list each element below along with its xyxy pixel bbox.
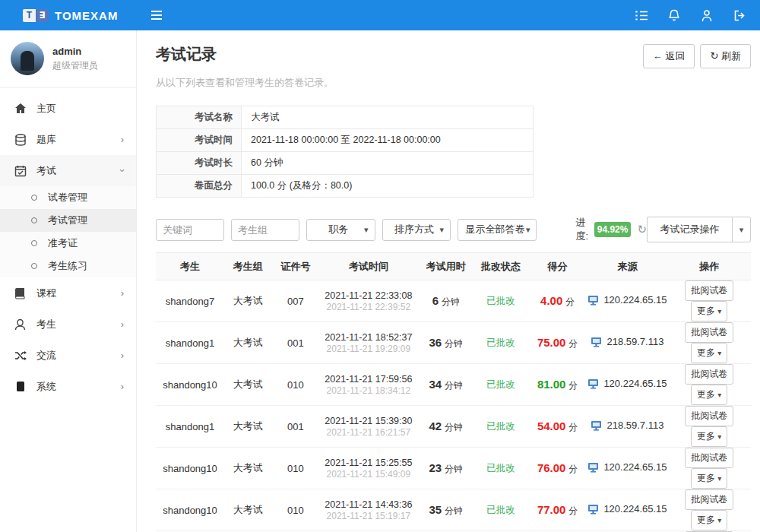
main-content: 考试记录 ← 返回 ↻ 刷新 从以下列表查看和管理考生的答卷记录。 考试名称 大… [137, 30, 760, 532]
review-paper-button[interactable]: 批阅试卷 [685, 364, 733, 385]
record-row: shandong10 大考试 010 2021-11-21 15:25:55 2… [156, 448, 751, 489]
page-subtitle: 从以下列表查看和管理考生的答卷记录。 [156, 76, 751, 90]
more-button[interactable]: 更多 ▾ [691, 468, 727, 489]
info-label: 考试时间 [157, 129, 242, 152]
review-paper-button[interactable]: 批阅试卷 [685, 448, 733, 468]
source-cell: 120.224.65.15 [587, 489, 668, 531]
grading-status-cell: 已批改 [474, 364, 527, 406]
info-row-exam-time: 考试时间 2021-11-18 00:00:00 至 2022-11-18 00… [157, 129, 534, 152]
exam-record-actions-caret[interactable]: ▾ [732, 217, 751, 242]
info-value: 2021-11-18 00:00:00 至 2022-11-18 00:00:0… [242, 129, 534, 152]
refresh-button[interactable]: ↻ 刷新 [700, 44, 751, 68]
actions-cell: 批阅试卷 更多 ▾ [667, 364, 751, 406]
examinee-cell: shandong10 [156, 448, 224, 489]
review-paper-button[interactable]: 批阅试卷 [685, 489, 733, 510]
sidebar-item-exam[interactable]: 考试 › [0, 155, 136, 186]
user-role: 超级管理员 [52, 59, 98, 72]
more-button[interactable]: 更多 ▾ [691, 301, 727, 321]
review-paper-button[interactable]: 批阅试卷 [685, 322, 733, 343]
grading-status-cell: 已批改 [474, 280, 527, 322]
page-title: 考试记录 [156, 44, 217, 65]
chevron-down-icon: ▾ [717, 516, 721, 524]
brand-logo[interactable]: T ∃ TOMEXAM [0, 9, 137, 22]
ip-address: 218.59.7.113 [606, 420, 663, 431]
exam-time-cell: 2021-11-21 18:52:37 2021-11-21 19:29:09 [319, 322, 417, 364]
bullet-circle-icon [31, 263, 37, 269]
task-list-icon[interactable] [635, 8, 648, 22]
review-paper-button[interactable]: 批阅试卷 [685, 406, 733, 426]
notifications-bell-icon[interactable] [667, 8, 681, 22]
review-paper-button[interactable]: 批阅试卷 [685, 280, 733, 301]
examinee-cell: shandong7 [156, 280, 224, 322]
source-cell: 218.59.7.113 [587, 406, 668, 448]
start-time: 2021-11-21 14:43:36 [319, 499, 417, 511]
user-account-icon[interactable] [700, 8, 714, 22]
filter-bar: 职务 ▾ 排序方式 ▾ 显示全部答卷 ▾ 进度: 94.92% ↻ 考试记录操作… [156, 216, 751, 243]
start-time: 2021-11-21 22:33:08 [319, 290, 417, 302]
group-cell: 大考试 [224, 406, 272, 448]
sidebar-subitem-admission-ticket[interactable]: 准考证 [0, 232, 136, 255]
chevron-right-icon: › [121, 287, 124, 299]
sidebar-subitem-exam-management[interactable]: 考试管理 [0, 209, 136, 232]
examinee-group-input[interactable] [231, 219, 299, 241]
more-button[interactable]: 更多 ▾ [691, 343, 727, 363]
id-number-cell: 001 [272, 406, 320, 448]
info-label: 考试时长 [157, 152, 242, 175]
sidebar-menu: 主页 题库 › 考试 › 试卷管理 考试管理 准考证 [0, 88, 136, 402]
grading-status-cell: 已批改 [474, 322, 527, 364]
progress-refresh-icon[interactable]: ↻ [637, 223, 647, 236]
score-cell: 77.00 分 [527, 489, 587, 531]
duration-cell: 36 分钟 [417, 322, 473, 364]
logout-icon[interactable] [733, 8, 746, 22]
end-time: 2021-11-21 18:34:12 [319, 385, 417, 397]
grading-status-cell: 已批改 [474, 448, 527, 489]
score-cell: 4.00 分 [527, 280, 587, 322]
keyword-input[interactable] [156, 219, 224, 241]
bullet-circle-icon [31, 240, 37, 246]
show-all-papers-select[interactable]: 显示全部答卷 ▾ [458, 219, 537, 241]
more-button[interactable]: 更多 ▾ [691, 510, 727, 530]
duration-cell: 23 分钟 [417, 448, 473, 489]
position-select[interactable]: 职务 ▾ [306, 219, 375, 241]
sidebar-item-home[interactable]: 主页 [0, 93, 136, 124]
start-time: 2021-11-21 18:52:37 [319, 331, 417, 344]
col-grading-status: 批改状态 [474, 253, 527, 280]
user-card: admin 超级管理员 [0, 30, 136, 88]
duration-cell: 35 分钟 [417, 489, 473, 531]
actions-cell: 批阅试卷 更多 ▾ [667, 280, 751, 322]
sidebar-subitem-examinee-practice[interactable]: 考生练习 [0, 255, 136, 277]
group-cell: 大考试 [224, 489, 272, 531]
sidebar-item-question-bank[interactable]: 题库 › [0, 124, 136, 155]
sidebar-subitem-paper-management[interactable]: 试卷管理 [0, 186, 136, 209]
source-cell: 218.59.7.113 [587, 322, 668, 364]
group-cell: 大考试 [224, 322, 272, 364]
exam-time-cell: 2021-11-21 15:39:30 2021-11-21 16:21:57 [319, 406, 417, 448]
avatar[interactable] [11, 42, 44, 75]
exam-record-actions: 考试记录操作 ▾ [647, 217, 751, 242]
records-table: 考生 考生组 证件号 考试时间 考试用时 批改状态 得分 来源 操作 shand… [156, 252, 751, 532]
chevron-down-icon: ▾ [717, 474, 721, 483]
start-time: 2021-11-21 17:59:56 [319, 373, 417, 385]
hamburger-menu-icon[interactable] [150, 10, 163, 21]
exam-record-actions-button[interactable]: 考试记录操作 [647, 217, 732, 242]
sidebar-item-exchange[interactable]: 交流 › [0, 340, 136, 371]
score-cell: 81.00 分 [527, 364, 587, 406]
record-row: shandong10 大考试 010 2021-11-21 17:59:56 2… [156, 364, 751, 406]
end-time: 2021-11-21 15:19:17 [319, 511, 417, 522]
sidebar-item-system[interactable]: 系统 › [0, 371, 136, 402]
sidebar-item-examinee[interactable]: 考生 › [0, 309, 136, 340]
more-button[interactable]: 更多 ▾ [691, 385, 727, 405]
source-cell: 120.224.65.15 [587, 448, 668, 489]
id-number-cell: 010 [272, 364, 320, 406]
record-row: shandong7 大考试 007 2021-11-21 22:33:08 20… [156, 280, 751, 322]
sort-order-select[interactable]: 排序方式 ▾ [382, 219, 451, 241]
records-header-row: 考生 考生组 证件号 考试时间 考试用时 批改状态 得分 来源 操作 [156, 253, 751, 280]
sidebar: admin 超级管理员 主页 题库 › 考试 › 试卷管理 考试管理 [0, 30, 137, 532]
progress-badge: 94.92% [594, 222, 632, 237]
grading-status-cell: 已批改 [474, 406, 527, 448]
col-duration: 考试用时 [417, 253, 473, 280]
more-button[interactable]: 更多 ▾ [691, 426, 727, 447]
sidebar-item-course[interactable]: 课程 › [0, 277, 136, 309]
back-button[interactable]: ← 返回 [643, 44, 695, 68]
grading-progress: 进度: 94.92% ↻ [575, 216, 647, 243]
